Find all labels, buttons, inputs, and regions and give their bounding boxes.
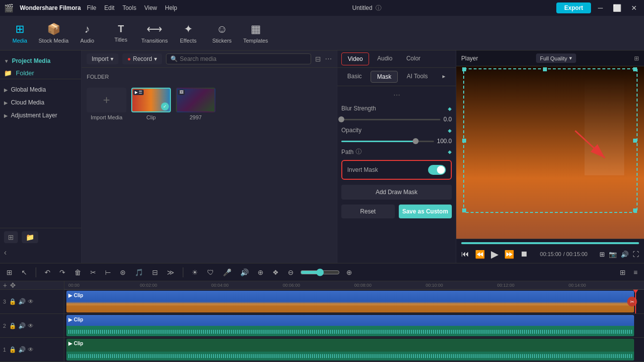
import-button[interactable]: Import ▾ (87, 53, 118, 64)
grid-view-button[interactable]: ⊞ (4, 267, 15, 278)
layout-more-button[interactable]: ≡ (631, 267, 640, 278)
fullscreen-button[interactable]: ⛶ (633, 251, 639, 258)
tab-video[interactable]: Video (341, 52, 369, 65)
audio-button[interactable]: 🔊 (238, 267, 251, 278)
path-keyframe-icon[interactable]: ◆ (448, 149, 452, 155)
volume-button[interactable]: 🔊 (621, 251, 629, 258)
blur-knob[interactable] (338, 116, 344, 122)
opacity-keyframe-icon[interactable]: ◆ (448, 128, 452, 133)
list-item[interactable]: 🖼 2997 (176, 88, 215, 120)
search-input[interactable] (180, 55, 307, 62)
sub-tab-mask[interactable]: Mask (371, 71, 398, 83)
sub-tab-ai-tools[interactable]: AI Tools (401, 71, 433, 83)
toolbar-stock[interactable]: 📦 Stock Media (38, 18, 69, 49)
track-1-audio-icon[interactable]: 🔊 (18, 346, 26, 353)
opacity-slider[interactable] (341, 137, 434, 146)
sidebar-item-global-media[interactable]: ▶ Global Media (0, 83, 81, 96)
clip-thumb[interactable]: ▶☰ ✓ (131, 88, 171, 112)
list-item[interactable]: ▶☰ ✓ Clip (131, 88, 171, 120)
layout-grid-button[interactable]: ⊞ (617, 267, 628, 278)
add-folder-button[interactable]: 📁 (22, 231, 38, 243)
track-3-eye-icon[interactable]: 👁 (28, 298, 34, 305)
brightness-button[interactable]: ☀ (189, 267, 201, 278)
track-1-clip[interactable]: ▶Clip (66, 339, 634, 361)
menu-view[interactable]: View (144, 4, 157, 11)
speed-button[interactable]: ⊛ (117, 267, 128, 278)
toolbar-media[interactable]: ⊞ Media (4, 18, 36, 49)
expand-player-icon[interactable]: ⊞ (634, 55, 639, 62)
more-options-icon[interactable]: ⋯ (325, 55, 332, 63)
toolbar-effects[interactable]: ✦ Effects (172, 18, 204, 49)
toolbar-templates[interactable]: ▦ Templates (240, 18, 271, 49)
split-button[interactable]: ⊢ (103, 267, 113, 278)
zoom-in-button[interactable]: ⊕ (344, 267, 355, 278)
step-back-button[interactable]: ⏪ (475, 250, 485, 259)
sidebar-collapse[interactable]: ‹ (0, 246, 81, 259)
stop-button[interactable]: ⏹ (520, 250, 528, 259)
shield-button[interactable]: 🛡 (205, 267, 216, 278)
screenshot-button[interactable]: 📷 (609, 251, 617, 258)
progress-bar[interactable] (461, 242, 639, 244)
import-media-thumb[interactable]: + (87, 88, 126, 112)
quality-select[interactable]: Full Quality ▾ (536, 53, 576, 63)
list-item[interactable]: + Import Media (87, 88, 126, 120)
record-button[interactable]: ● Record ▾ (122, 53, 162, 64)
track-3-audio-icon[interactable]: 🔊 (18, 298, 26, 305)
menu-help[interactable]: Help (165, 4, 177, 11)
group-button[interactable]: ❖ (270, 267, 281, 278)
filter-icon[interactable]: ⊟ (315, 55, 321, 63)
redo-button[interactable]: ↷ (57, 267, 68, 278)
folder-label[interactable]: 📁 Folder (0, 67, 81, 79)
menu-file[interactable]: File (87, 4, 96, 11)
track-2-eye-icon[interactable]: 👁 (28, 322, 34, 329)
tab-color[interactable]: Color (400, 52, 427, 65)
track-2-clip[interactable]: ▶Clip (66, 315, 634, 337)
blur-slider[interactable] (341, 115, 440, 124)
track-2-lock-icon[interactable]: 🔒 (9, 322, 16, 329)
zoom-out-button[interactable]: ⊖ (285, 267, 296, 278)
cursor-icon[interactable]: ✥ (10, 281, 16, 289)
play-button[interactable]: ▶ (491, 248, 498, 260)
sub-tab-basic[interactable]: Basic (341, 71, 368, 83)
menu-edit[interactable]: Edit (104, 4, 114, 11)
sidebar-item-cloud-media[interactable]: ▶ Cloud Media (0, 96, 81, 109)
blur-keyframe-icon[interactable]: ◆ (448, 106, 452, 111)
delete-button[interactable]: 🗑 (72, 267, 84, 278)
close-button[interactable]: ✕ (628, 3, 640, 13)
track-2-audio-icon[interactable]: 🔊 (18, 322, 26, 329)
export-button[interactable]: Export (556, 2, 591, 13)
step-forward-button[interactable]: ⏩ (504, 250, 514, 259)
add-draw-mask-button[interactable]: Add Draw Mask (341, 185, 452, 200)
cut-button[interactable]: ✂ (88, 267, 99, 278)
split2-button[interactable]: ⊕ (255, 267, 266, 278)
more-tl-button[interactable]: ≫ (164, 267, 177, 278)
new-folder-button[interactable]: ⊞ (4, 231, 18, 243)
mic-button[interactable]: 🎤 (220, 267, 234, 278)
tab-audio[interactable]: Audio (371, 52, 398, 65)
toolbar-audio[interactable]: ♪ Audio (71, 18, 103, 49)
reset-button[interactable]: Reset (341, 205, 395, 218)
image-thumb[interactable]: 🖼 (176, 88, 215, 112)
menu-tools[interactable]: Tools (122, 4, 136, 11)
track-3-lock-icon[interactable]: 🔒 (9, 298, 16, 305)
maximize-button[interactable]: ⬜ (610, 3, 624, 13)
opacity-knob[interactable] (413, 138, 419, 144)
skip-back-button[interactable]: ⏮ (461, 250, 469, 259)
track-3-clip[interactable]: ▶Clip (66, 291, 634, 312)
sub-tab-more[interactable]: ▸ (436, 71, 451, 83)
sidebar-item-adjustment-layer[interactable]: ▶ Adjustment Layer (0, 109, 81, 122)
toolbar-titles[interactable]: T Titles (105, 18, 137, 49)
sidebar-item-project-media[interactable]: ▼ Project Media (0, 54, 81, 67)
track-1-eye-icon[interactable]: 👁 (28, 346, 34, 353)
zoom-slider[interactable] (300, 268, 340, 276)
toolbar-stickers[interactable]: ☺ Stickers (206, 18, 238, 49)
select-tool[interactable]: ↖ (19, 267, 30, 278)
add-track-button[interactable]: + (3, 281, 7, 289)
minimize-button[interactable]: ─ (595, 3, 606, 13)
save-custom-button[interactable]: Save as Custom (399, 205, 452, 218)
invert-mask-toggle[interactable] (428, 165, 446, 175)
trim-button[interactable]: ⊟ (150, 267, 161, 278)
track-1-lock-icon[interactable]: 🔒 (9, 346, 16, 353)
crop-button[interactable]: ⊞ (599, 251, 605, 258)
toolbar-transitions[interactable]: ⟷ Transitions (139, 18, 170, 49)
